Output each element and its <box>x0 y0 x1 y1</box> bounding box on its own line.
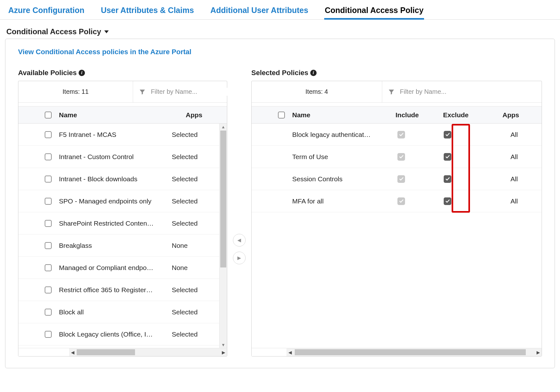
exclude-checkbox[interactable] <box>444 175 451 183</box>
tab-additional-user-attributes[interactable]: Additional User Attributes <box>210 3 309 19</box>
scroll-thumb[interactable] <box>220 131 226 267</box>
view-in-portal-link[interactable]: View Conditional Access policies in the … <box>18 48 191 56</box>
policy-name: MFA for all <box>291 197 396 205</box>
include-checkbox[interactable] <box>397 175 405 183</box>
policy-name: Term of Use <box>291 153 396 161</box>
spacer <box>18 103 227 106</box>
selected-header-exclude[interactable]: Exclude <box>443 111 494 119</box>
selected-body: Block legacy authenticat… All Term of Us… <box>252 124 542 348</box>
available-row[interactable]: SharePoint Restricted Conten… Selected <box>18 212 219 235</box>
row-checkbox[interactable] <box>45 220 52 227</box>
include-checkbox[interactable] <box>397 197 405 205</box>
selected-filter-input[interactable] <box>399 88 536 96</box>
selected-row[interactable]: Term of Use All <box>252 146 542 168</box>
available-row[interactable]: Managed or Compliant endpo… None <box>18 257 219 279</box>
policy-name: Block Legacy clients (Office, I… <box>58 331 172 338</box>
scroll-up-icon[interactable]: ▲ <box>220 124 227 130</box>
available-header-apps[interactable]: Apps <box>186 111 227 119</box>
selected-select-all-checkbox[interactable] <box>278 112 285 119</box>
row-checkbox[interactable] <box>45 309 52 316</box>
available-row[interactable]: F5 Intranet - MCAS Selected <box>18 124 219 146</box>
tab-azure-configuration[interactable]: Azure Configuration <box>8 3 85 19</box>
policy-apps: Selected <box>172 331 213 338</box>
available-hscrollbar[interactable]: ◀ ▶ <box>18 348 227 356</box>
available-column: Available Policies i Items: 11 Name Apps <box>18 69 227 357</box>
policy-name: SharePoint Restricted Conten… <box>58 220 172 227</box>
policy-name: Managed or Compliant endpo… <box>58 264 172 272</box>
include-checkbox[interactable] <box>397 131 405 138</box>
exclude-cell <box>443 153 494 161</box>
selected-hscrollbar[interactable]: ◀ ▶ <box>252 348 542 356</box>
scroll-left-icon[interactable]: ◀ <box>69 348 76 356</box>
policy-apps: All <box>494 153 535 161</box>
row-checkbox[interactable] <box>45 286 52 293</box>
section-header[interactable]: Conditional Access Policy <box>0 20 560 39</box>
available-filter-input[interactable] <box>150 88 232 96</box>
available-row[interactable]: Intranet - Block downloads Selected <box>18 168 219 190</box>
move-right-button[interactable]: ▶ <box>233 252 246 264</box>
section-title: Conditional Access Policy <box>6 27 101 36</box>
filter-icon <box>139 88 146 95</box>
selected-items-count: Items: 4 <box>252 81 382 102</box>
top-tabs: Azure Configuration User Attributes & Cl… <box>0 0 560 20</box>
available-title: Available Policies i <box>18 69 227 77</box>
exclude-checkbox[interactable] <box>444 131 451 138</box>
scroll-left-icon[interactable]: ◀ <box>286 348 293 356</box>
available-vscrollbar[interactable]: ▲ ▼ <box>219 124 227 348</box>
selected-header-include[interactable]: Include <box>396 111 443 119</box>
selected-row[interactable]: Session Controls All <box>252 168 542 190</box>
row-checkbox[interactable] <box>45 131 52 138</box>
row-checkbox[interactable] <box>45 331 52 338</box>
include-checkbox[interactable] <box>397 153 405 161</box>
row-checkbox[interactable] <box>45 198 52 205</box>
policy-apps: Selected <box>172 175 213 183</box>
available-row[interactable]: SPO - Managed endpoints only Selected <box>18 190 219 212</box>
hscroll-thumb[interactable] <box>77 349 135 355</box>
policy-apps: Selected <box>172 131 213 138</box>
row-checkbox[interactable] <box>45 153 52 160</box>
exclude-cell <box>443 131 494 138</box>
policy-name: F5 Intranet - MCAS <box>58 131 172 138</box>
row-checkbox[interactable] <box>45 176 52 183</box>
available-select-all-checkbox[interactable] <box>45 112 52 119</box>
available-row[interactable]: Block Legacy clients (Office, I… Selecte… <box>18 323 219 345</box>
selected-list-box: Items: 4 Name Include Exclude Apps <box>251 81 542 357</box>
available-row[interactable]: Intranet - Custom Control Selected <box>18 146 219 168</box>
selected-header-name[interactable]: Name <box>291 111 396 119</box>
policy-name: Block all <box>58 308 172 316</box>
exclude-cell <box>443 175 494 183</box>
info-icon[interactable]: i <box>79 70 85 76</box>
spacer <box>252 103 542 106</box>
policy-apps: All <box>494 175 535 183</box>
info-icon[interactable]: i <box>310 70 317 76</box>
policy-panel: View Conditional Access policies in the … <box>5 39 555 368</box>
scroll-right-icon[interactable]: ▶ <box>535 348 542 356</box>
selected-row[interactable]: Block legacy authenticat… All <box>252 124 542 146</box>
hscroll-thumb[interactable] <box>295 349 526 355</box>
policy-name: SPO - Managed endpoints only <box>58 197 172 205</box>
policy-apps: Selected <box>172 153 213 161</box>
policy-apps: All <box>494 131 535 138</box>
selected-header-apps[interactable]: Apps <box>494 111 535 119</box>
available-row[interactable]: Block all Selected <box>18 301 219 323</box>
exclude-checkbox[interactable] <box>444 153 451 161</box>
row-checkbox[interactable] <box>45 264 52 271</box>
available-body: F5 Intranet - MCAS Selected Intranet - C… <box>18 124 219 348</box>
policy-name: Restrict office 365 to Register… <box>58 286 172 294</box>
scroll-down-icon[interactable]: ▼ <box>220 342 227 348</box>
caret-down-icon <box>104 30 109 33</box>
selected-row[interactable]: MFA for all All <box>252 190 542 212</box>
available-header-name[interactable]: Name <box>58 111 186 119</box>
row-checkbox[interactable] <box>45 242 52 249</box>
scroll-right-icon[interactable]: ▶ <box>220 348 227 356</box>
move-left-button[interactable]: ◀ <box>233 234 246 247</box>
tab-user-attributes-claims[interactable]: User Attributes & Claims <box>100 3 195 19</box>
policy-apps: None <box>172 242 213 249</box>
tab-conditional-access-policy[interactable]: Conditional Access Policy <box>324 3 424 19</box>
exclude-checkbox[interactable] <box>444 197 451 205</box>
available-topbar: Items: 11 <box>18 81 227 103</box>
available-row[interactable]: Breakglass None <box>18 235 219 257</box>
available-row[interactable]: Restrict office 365 to Register… Selecte… <box>18 279 219 301</box>
available-header-row: Name Apps <box>18 106 227 124</box>
selected-topbar: Items: 4 <box>252 81 542 103</box>
